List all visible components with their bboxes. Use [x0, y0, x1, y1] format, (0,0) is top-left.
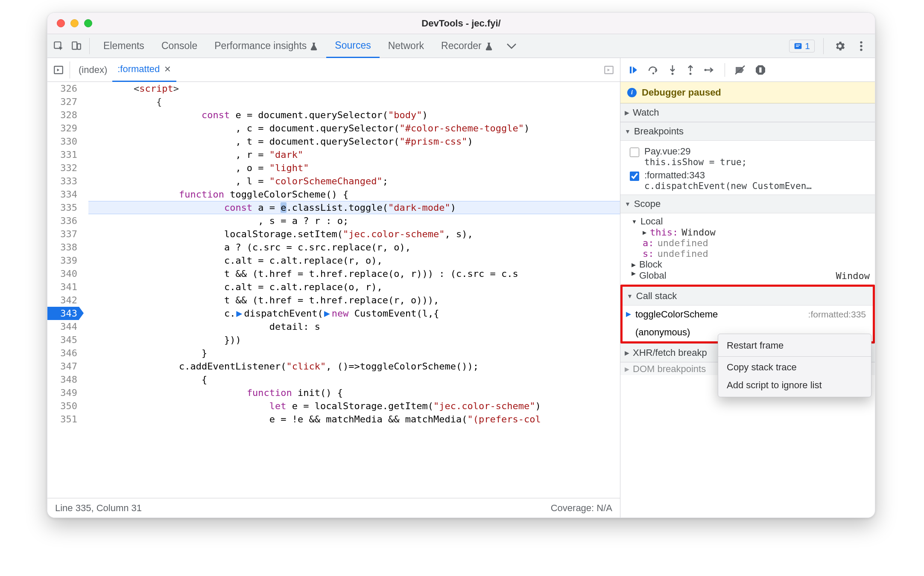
breakpoint-checkbox[interactable] — [630, 172, 639, 181]
code-line[interactable]: localStorage.setItem("jec.color-scheme",… — [88, 227, 620, 241]
scope-variable[interactable]: ▶this: Window — [630, 227, 870, 238]
code-line[interactable]: c.dispatchEvent(new CustomEvent(l,{ — [88, 307, 620, 320]
code-line[interactable]: e = !e && matchMedia && matchMedia("(pre… — [88, 413, 620, 426]
step-icon[interactable] — [704, 66, 715, 74]
gutter-line[interactable]: 333 — [47, 175, 79, 188]
svg-point-6 — [860, 41, 862, 43]
info-icon: i — [627, 88, 637, 97]
execution-pointer-icon — [236, 311, 242, 317]
gutter-line[interactable]: 341 — [47, 280, 79, 294]
tab-recorder[interactable]: Recorder — [433, 34, 501, 58]
gutter-line[interactable]: 337 — [47, 227, 79, 241]
tab-performance-insights[interactable]: Performance insights — [206, 34, 326, 58]
code-line[interactable]: })) — [88, 333, 620, 346]
gutter-line[interactable]: 348 — [47, 373, 79, 386]
context-menu-item[interactable]: Restart frame — [718, 337, 871, 355]
breakpoint-checkbox[interactable] — [630, 148, 639, 157]
code-line[interactable]: function init() { — [88, 386, 620, 399]
navigator-toggle-icon[interactable] — [51, 62, 66, 78]
inspect-element-icon[interactable] — [51, 38, 66, 54]
context-menu-item[interactable]: Add script to ignore list — [718, 376, 871, 394]
code-line[interactable]: } — [88, 346, 620, 360]
close-window-icon[interactable] — [57, 19, 65, 27]
more-tabs-icon[interactable] — [504, 38, 519, 54]
code-line[interactable]: detail: s — [88, 320, 620, 333]
gutter-line[interactable]: 336 — [47, 214, 79, 227]
sources-panel: (index):formatted✕ 326327328329330331332… — [47, 58, 620, 518]
step-out-icon[interactable] — [686, 64, 695, 76]
code-line[interactable]: t && (t.href = t.href.replace(r, o))), — [88, 294, 620, 307]
scope-variable[interactable]: s: undefined — [630, 248, 870, 259]
gutter-line[interactable]: 346 — [47, 346, 79, 360]
gutter-line[interactable]: 347 — [47, 360, 79, 373]
editor-tab-formatted[interactable]: :formatted✕ — [112, 58, 176, 82]
device-toolbar-icon[interactable] — [69, 38, 84, 54]
step-into-icon[interactable] — [668, 64, 677, 76]
gutter-line[interactable]: 350 — [47, 399, 79, 413]
pause-on-exceptions-icon[interactable] — [755, 64, 766, 76]
kebab-menu-icon[interactable] — [854, 38, 869, 54]
context-menu-item[interactable]: Copy stack trace — [718, 358, 871, 376]
code-line[interactable]: function toggleColorScheme() { — [88, 188, 620, 201]
gutter-line[interactable]: 339 — [47, 254, 79, 267]
gutter-line[interactable]: 345 — [47, 333, 79, 346]
gutter-line[interactable]: 349 — [47, 386, 79, 399]
gutter-line[interactable]: 335 — [47, 201, 79, 214]
close-tab-icon[interactable]: ✕ — [164, 64, 171, 74]
code-line[interactable]: , c = document.querySelector("#color-sch… — [88, 122, 620, 135]
code-line[interactable]: let e = localStorage.getItem("jec.color-… — [88, 399, 620, 413]
gutter-line[interactable]: 342 — [47, 294, 79, 307]
code-line[interactable]: c.addEventListener("click", ()=>toggleCo… — [88, 360, 620, 373]
gutter-line[interactable]: 334 — [47, 188, 79, 201]
code-line[interactable]: const a = e.classList.toggle("dark-mode"… — [88, 201, 620, 214]
code-line[interactable]: , r = "dark" — [88, 148, 620, 161]
code-line[interactable]: a ? (c.src = c.src.replace(r, o), — [88, 241, 620, 254]
tab-sources[interactable]: Sources — [326, 34, 379, 58]
settings-icon[interactable] — [832, 38, 848, 54]
code-line[interactable]: const e = document.querySelector("body") — [88, 108, 620, 122]
step-over-icon[interactable] — [648, 65, 659, 75]
gutter-line[interactable]: 326 — [47, 82, 79, 95]
gutter-line[interactable]: 332 — [47, 161, 79, 175]
code-area[interactable]: <script> { const e = document.querySelec… — [87, 82, 620, 498]
callstack-section[interactable]: ▼Call stack — [623, 287, 873, 305]
tab-elements[interactable]: Elements — [95, 34, 153, 58]
minimize-window-icon[interactable] — [70, 19, 79, 27]
breakpoint-marker[interactable]: 343 — [47, 307, 79, 320]
gutter-line[interactable]: 340 — [47, 267, 79, 280]
issues-counter[interactable]: 1 — [789, 40, 815, 52]
tab-console[interactable]: Console — [153, 34, 206, 58]
gutter-line[interactable]: 338 — [47, 241, 79, 254]
gutter-line[interactable]: 328 — [47, 108, 79, 122]
code-line[interactable]: { — [88, 373, 620, 386]
gutter-line[interactable]: 351 — [47, 413, 79, 426]
code-line[interactable]: , o = "light" — [88, 161, 620, 175]
callstack-frame[interactable]: toggleColorScheme:formatted:335 — [623, 305, 873, 323]
gutter-line[interactable]: 330 — [47, 135, 79, 148]
zoom-window-icon[interactable] — [84, 19, 92, 27]
code-editor[interactable]: 3263273283293303313323333343353363373383… — [47, 82, 620, 498]
deactivate-breakpoints-icon[interactable] — [734, 65, 746, 75]
code-line[interactable]: c.alt = c.alt.replace(o, r), — [88, 280, 620, 294]
code-line[interactable]: , s = a ? r : o; — [88, 214, 620, 227]
editor-tab-index[interactable]: (index) — [73, 58, 112, 82]
code-line[interactable]: { — [88, 95, 620, 108]
gutter-line[interactable]: 331 — [47, 148, 79, 161]
code-line[interactable]: t && (t.href = t.href.replace(o, r))) : … — [88, 267, 620, 280]
resume-icon[interactable] — [628, 65, 638, 75]
code-line[interactable]: , t = document.querySelector("#prism-css… — [88, 135, 620, 148]
gutter-line[interactable]: 329 — [47, 122, 79, 135]
code-line[interactable]: , l = "colorSchemeChanged"; — [88, 175, 620, 188]
scope-variable[interactable]: a: undefined — [630, 238, 870, 248]
code-line[interactable]: <script> — [88, 82, 620, 95]
scope-section[interactable]: ▼Scope — [620, 195, 875, 213]
watch-section[interactable]: ▶Watch — [620, 103, 875, 122]
more-editor-options-icon[interactable] — [601, 62, 617, 78]
breakpoint-item[interactable]: :formatted:343c.dispatchEvent(new Custom… — [630, 170, 870, 191]
tab-network[interactable]: Network — [380, 34, 433, 58]
breakpoints-section[interactable]: ▼Breakpoints — [620, 122, 875, 141]
breakpoint-item[interactable]: Pay.vue:29this.isShow = true; — [630, 146, 870, 167]
gutter-line[interactable]: 344 — [47, 320, 79, 333]
gutter-line[interactable]: 327 — [47, 95, 79, 108]
code-line[interactable]: c.alt = c.alt.replace(r, o), — [88, 254, 620, 267]
